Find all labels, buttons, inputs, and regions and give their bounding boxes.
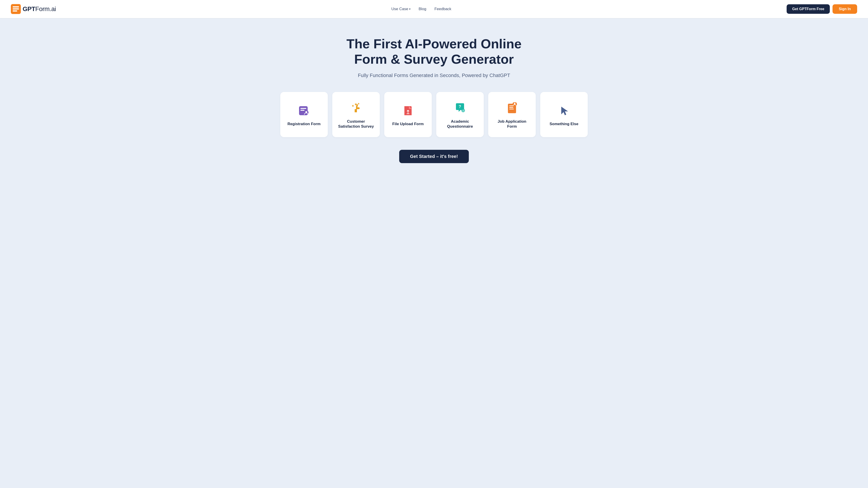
svg-rect-19 <box>509 107 513 108</box>
card-file-upload[interactable]: File Upload Form <box>384 92 432 137</box>
svg-rect-13 <box>407 113 409 114</box>
svg-point-22 <box>514 103 516 104</box>
job-application-icon <box>506 102 518 115</box>
cards-row: Registration Form ★ ★ ★ Customer Satisfa… <box>276 92 592 137</box>
logo-form: Form <box>35 5 50 12</box>
logo-ai: .ai <box>50 5 56 12</box>
svg-text:★: ★ <box>358 102 360 105</box>
nav-blog[interactable]: Blog <box>418 7 426 11</box>
nav-feedback[interactable]: Feedback <box>434 7 452 11</box>
get-started-button[interactable]: Get Started – it's free! <box>399 150 469 163</box>
file-upload-icon <box>402 104 414 117</box>
svg-text:?: ? <box>459 104 461 109</box>
svg-rect-1 <box>13 6 19 7</box>
hero-section: The First AI-Powered Online Form & Surve… <box>0 18 868 177</box>
card-job-application[interactable]: Job Application Form <box>488 92 536 137</box>
svg-rect-2 <box>13 8 19 9</box>
get-gptform-free-button[interactable]: Get GPTForm Free <box>786 4 830 14</box>
svg-rect-6 <box>301 110 305 111</box>
nav-use-case[interactable]: Use Case ▾ <box>391 7 410 11</box>
nav-actions: Get GPTForm Free Sign In <box>786 4 857 14</box>
svg-text:★: ★ <box>354 102 358 106</box>
card-registration[interactable]: Registration Form <box>280 92 328 137</box>
sign-in-button[interactable]: Sign In <box>833 4 857 14</box>
navbar: GPTForm.ai Use Case ▾ Blog Feedback Get … <box>0 0 868 18</box>
hero-subtitle: Fully Functional Forms Generated in Seco… <box>358 72 510 78</box>
card-satisfaction[interactable]: ★ ★ ★ Customer Satisfaction Survey <box>332 92 380 137</box>
satisfaction-icon: ★ ★ ★ <box>350 102 362 115</box>
something-else-icon <box>558 104 570 117</box>
cta-container: Get Started – it's free! <box>399 150 469 163</box>
card-something-else[interactable]: Something Else <box>540 92 588 137</box>
svg-rect-5 <box>301 108 306 109</box>
card-academic-label: Academic Questionnaire <box>442 119 478 129</box>
svg-rect-3 <box>13 10 17 11</box>
academic-icon: ? ? <box>454 102 466 115</box>
registration-icon <box>298 104 310 117</box>
card-satisfaction-label: Customer Satisfaction Survey <box>338 119 374 129</box>
svg-rect-20 <box>509 109 514 109</box>
card-job-application-label: Job Application Form <box>494 119 530 129</box>
card-something-else-label: Something Else <box>550 122 579 127</box>
card-academic[interactable]: ? ? Academic Questionnaire <box>436 92 484 137</box>
logo-icon <box>11 4 21 14</box>
card-registration-label: Registration Form <box>287 122 320 127</box>
chevron-down-icon: ▾ <box>409 7 410 11</box>
nav-links: Use Case ▾ Blog Feedback <box>391 7 451 11</box>
svg-text:?: ? <box>463 109 464 112</box>
hero-title: The First AI-Powered Online Form & Surve… <box>341 36 527 67</box>
svg-point-8 <box>305 111 307 113</box>
card-file-upload-label: File Upload Form <box>393 122 424 127</box>
logo[interactable]: GPTForm.ai <box>11 4 56 14</box>
logo-gpt: GPT <box>23 5 35 12</box>
